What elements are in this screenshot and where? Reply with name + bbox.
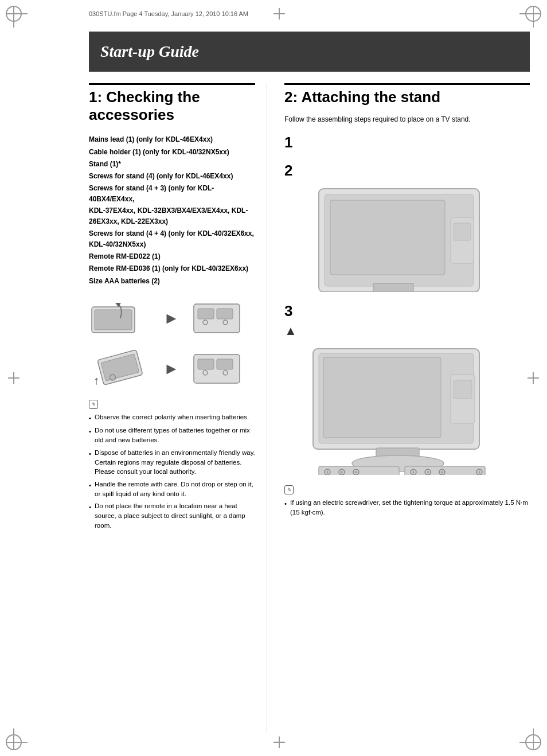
accessory-item-3: Stand (1)*: [89, 159, 255, 170]
corner-bl: [6, 727, 29, 750]
svg-rect-21: [373, 283, 413, 292]
step-3-section: 3 ▲: [284, 302, 530, 475]
note-item-4: • Handle the remote with care. Do not dr…: [89, 480, 255, 498]
step-1-number: 1: [284, 134, 530, 151]
right-note-item-1: • If using an electric screwdriver, set …: [284, 498, 530, 517]
svg-text:↑: ↑: [93, 374, 99, 387]
center-cross-top: [274, 8, 285, 20]
tv-stand-illustration-2: [284, 343, 497, 475]
step-3-arrow: ▲: [284, 324, 530, 338]
svg-rect-35: [454, 380, 472, 399]
right-note-icon: ✎: [284, 485, 294, 494]
accessory-item-5: Screws for stand (4 + 3) (only for KDL-4…: [89, 183, 255, 227]
note-item-1: • Observe the correct polarity when inse…: [89, 412, 255, 423]
note-item-3: • Dispose of batteries in an environment…: [89, 448, 255, 477]
svg-rect-18: [330, 200, 445, 275]
step-2-section: 2: [284, 162, 530, 292]
svg-rect-20: [454, 223, 471, 240]
svg-rect-1: [95, 310, 132, 330]
tv-stand-illustration-1: [284, 183, 497, 292]
battery-svg-3: ↑: [89, 349, 152, 389]
svg-rect-12: [198, 359, 214, 369]
right-notes-section: ✎ • If using an electric screwdriver, se…: [284, 485, 530, 517]
accessory-item-8: Remote RM-ED036 (1) (only for KDL-40/32E…: [89, 263, 255, 274]
right-intro-text: Follow the assembling steps required to …: [284, 114, 530, 124]
svg-rect-4: [217, 309, 233, 319]
accessory-item-2: Cable holder (1) (only for KDL-40/32NX5x…: [89, 147, 255, 158]
center-cross-left: [8, 372, 19, 384]
note-item-5: • Do not place the remote in a location …: [89, 501, 255, 530]
arrow-icon-2: ►: [163, 360, 179, 378]
arrow-icon-1: ►: [163, 309, 179, 328]
battery-svg-2: [191, 298, 243, 338]
battery-svg-1: [89, 298, 152, 338]
left-section-heading: 1: Checking the accessories: [89, 83, 255, 126]
left-column: 1: Checking the accessories Mains lead (…: [89, 83, 267, 733]
content-area: 1: Checking the accessories Mains lead (…: [89, 83, 530, 733]
battery-svg-4: [191, 349, 243, 389]
battery-diagram-1: ►: [89, 298, 255, 338]
accessory-item-1: Mains lead (1) (only for KDL-46EX4xx): [89, 134, 255, 145]
center-cross-bottom: [274, 736, 285, 748]
corner-tr: [518, 6, 541, 29]
accessory-item-4: Screws for stand (4) (only for KDL-46EX4…: [89, 171, 255, 182]
right-column: 2: Attaching the stand Follow the assemb…: [267, 83, 530, 733]
svg-rect-33: [323, 357, 441, 438]
corner-tl: [6, 6, 29, 29]
svg-rect-13: [217, 359, 233, 369]
battery-diagram-2: ↑ ►: [89, 349, 255, 389]
accessory-item-7: Remote RM-ED022 (1): [89, 251, 255, 262]
step-1-section: 1: [284, 134, 530, 151]
svg-rect-3: [198, 309, 214, 319]
accessories-list: Mains lead (1) (only for KDL-46EX4xx) Ca…: [89, 134, 255, 286]
step-3-number: 3: [284, 302, 530, 320]
accessory-item-9: Size AAA batteries (2): [89, 276, 255, 287]
right-section-heading: 2: Attaching the stand: [284, 83, 530, 108]
note-item-2: • Do not use different types of batterie…: [89, 426, 255, 445]
step-2-number: 2: [284, 162, 530, 180]
accessory-item-6: Screws for stand (4 + 4) (only for KDL-4…: [89, 228, 255, 250]
battery-images: ► ↑: [89, 298, 255, 389]
notes-section: ✎ • Observe the correct polarity when in…: [89, 399, 255, 530]
header-title: Start-up Guide: [100, 42, 199, 61]
header-banner: Start-up Guide: [89, 32, 530, 72]
file-metadata: 030STU.fm Page 4 Tuesday, January 12, 20…: [89, 10, 248, 17]
note-icon: ✎: [89, 400, 98, 409]
